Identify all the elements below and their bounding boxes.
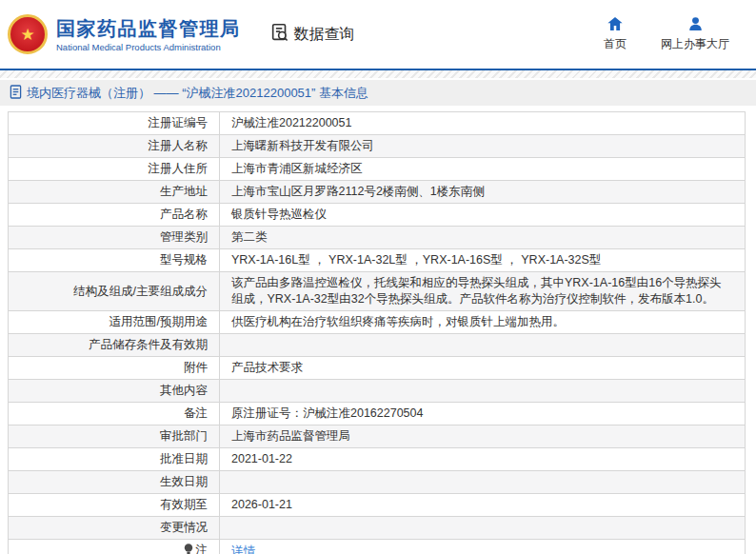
- table-row: 产品储存条件及有效期: [9, 334, 746, 357]
- table-row: 管理类别第二类: [9, 227, 746, 249]
- table-row: 其他内容: [9, 380, 746, 403]
- table-row: 注册证编号沪械注准20212200051: [9, 112, 746, 135]
- table-row: 注册人住所上海市青浦区新城经济区: [9, 158, 746, 181]
- detail-link[interactable]: 详情: [231, 544, 255, 554]
- row-value: 详情: [220, 540, 746, 554]
- row-label: 管理类别: [9, 227, 220, 249]
- document-icon: [10, 85, 22, 102]
- brand[interactable]: ★ 国家药品监督管理局 National Medical Products Ad…: [8, 14, 241, 54]
- row-value: 第二类: [220, 227, 746, 249]
- row-label: 生效日期: [9, 471, 220, 494]
- table-row: 备注原注册证号：沪械注准20162270504: [9, 403, 746, 425]
- nav-service-hall-label: 网上办事大厅: [661, 36, 729, 52]
- row-label: 有效期至: [9, 494, 220, 517]
- row-label: 变更情况: [9, 517, 220, 540]
- row-value: [220, 380, 746, 403]
- row-label: 产品名称: [9, 204, 220, 227]
- brand-text: 国家药品监督管理局 National Medical Products Admi…: [56, 17, 241, 52]
- data-query-entry[interactable]: 数据查询: [269, 22, 355, 47]
- table-row: 生产地址上海市宝山区月罗路2112号2楼南侧、1楼东南侧: [9, 181, 746, 204]
- nav-service-hall[interactable]: 网上办事大厅: [661, 17, 729, 52]
- table-row: 变更情况: [9, 517, 746, 540]
- row-label: 型号规格: [9, 249, 220, 272]
- row-value: [220, 517, 746, 540]
- row-label: 备注: [9, 403, 220, 425]
- table-row: 审批部门上海市药品监督管理局: [9, 425, 746, 448]
- table-row: 产品名称银质针导热巡检仪: [9, 204, 746, 227]
- registration-info-table: 注册证编号沪械注准20212200051注册人名称上海曙新科技开发有限公司注册人…: [8, 111, 746, 554]
- nav-home[interactable]: 首页: [604, 17, 627, 52]
- row-label: 注册人名称: [9, 135, 220, 158]
- table-row: 型号规格YRX-1A-16L型 ， YRX-1A-32L型 ，YRX-1A-16…: [9, 249, 746, 272]
- row-value: 沪械注准20212200051: [220, 112, 746, 135]
- brand-subtitle: National Medical Products Administration: [56, 42, 241, 52]
- row-value: 上海曙新科技开发有限公司: [220, 135, 746, 158]
- row-label: 结构及组成/主要组成成分: [9, 272, 220, 311]
- row-value: YRX-1A-16L型 ， YRX-1A-32L型 ，YRX-1A-16S型 ，…: [220, 249, 746, 272]
- table-row: 附件产品技术要求: [9, 357, 746, 380]
- data-query-label: 数据查询: [294, 25, 355, 45]
- table-row: 结构及组成/主要组成成分该产品由多路温控巡检仪，托线架和相应的导热探头组成，其中…: [9, 272, 746, 311]
- table-row: 批准日期2021-01-22: [9, 448, 746, 471]
- row-value: 2026-01-21: [220, 494, 746, 517]
- row-value: 2021-01-22: [220, 448, 746, 471]
- table-row: 注详情: [9, 540, 746, 554]
- row-value: 上海市青浦区新城经济区: [220, 158, 746, 181]
- site-header: ★ 国家药品监督管理局 National Medical Products Ad…: [0, 0, 756, 69]
- table-row: 适用范围/预期用途供医疗机构在治疗软组织疼痛等疾病时，对银质针上端加热用。: [9, 311, 746, 334]
- row-value: [220, 471, 746, 494]
- page-title: 境内医疗器械（注册） —— “沪械注准20212200051” 基本信息: [27, 85, 368, 102]
- row-value: 供医疗机构在治疗软组织疼痛等疾病时，对银质针上端加热用。: [220, 311, 746, 334]
- data-query-icon: [269, 22, 290, 47]
- row-value: 上海市宝山区月罗路2112号2楼南侧、1楼东南侧: [220, 181, 746, 204]
- nav-home-label: 首页: [604, 36, 627, 52]
- header-nav: 首页 网上办事大厅: [604, 17, 739, 52]
- brand-title: 国家药品监督管理局: [56, 17, 241, 40]
- decor-stripe-band: [0, 70, 756, 80]
- lightbulb-icon: [184, 544, 193, 554]
- home-icon: [607, 17, 623, 33]
- row-label: 审批部门: [9, 425, 220, 448]
- row-value: 产品技术要求: [220, 357, 746, 380]
- row-label: 批准日期: [9, 448, 220, 471]
- national-emblem-logo: ★: [8, 14, 48, 54]
- row-label: 注册人住所: [9, 158, 220, 181]
- row-label: 其他内容: [9, 380, 220, 403]
- user-icon: [688, 17, 703, 33]
- row-label: 注册证编号: [9, 112, 220, 135]
- row-value: 原注册证号：沪械注准20162270504: [220, 403, 746, 425]
- row-label: 生产地址: [9, 181, 220, 204]
- row-label: 产品储存条件及有效期: [9, 334, 220, 357]
- row-label: 附件: [9, 357, 220, 380]
- row-label: 适用范围/预期用途: [9, 311, 220, 334]
- table-row: 有效期至2026-01-21: [9, 494, 746, 517]
- row-value: 银质针导热巡检仪: [220, 204, 746, 227]
- table-row: 注册人名称上海曙新科技开发有限公司: [9, 135, 746, 158]
- row-label: 注: [9, 540, 220, 554]
- row-value: 该产品由多路温控巡检仪，托线架和相应的导热探头组成，其中YRX-1A-16型由1…: [220, 272, 746, 311]
- row-value: 上海市药品监督管理局: [220, 425, 746, 448]
- breadcrumb: 境内医疗器械（注册） —— “沪械注准20212200051” 基本信息: [0, 80, 756, 106]
- row-value: [220, 334, 746, 357]
- table-row: 生效日期: [9, 471, 746, 494]
